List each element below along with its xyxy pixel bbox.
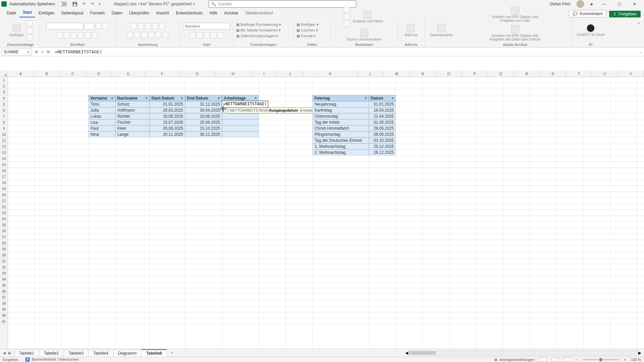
table-cell[interactable] (222, 113, 259, 119)
table-cell[interactable]: 05.09.2025 (150, 125, 185, 131)
tab-ansicht[interactable]: Ansicht (153, 9, 172, 17)
table-cell[interactable]: Lange (115, 131, 150, 137)
row-header[interactable]: 1 (0, 77, 8, 83)
avatar[interactable] (577, 0, 584, 8)
tab-formeln[interactable]: Formeln (87, 9, 108, 17)
table-cell[interactable]: Timo (89, 101, 115, 107)
table-cell[interactable]: Richter (115, 113, 150, 119)
currency-button[interactable] (190, 32, 196, 38)
table-cell[interactable]: Lukas (89, 113, 115, 119)
row-header[interactable]: 25 (0, 222, 8, 228)
column-header[interactable]: F (145, 70, 180, 77)
column-header[interactable]: L (358, 70, 384, 77)
table-cell[interactable]: 15.10.2025 (185, 125, 222, 131)
table-cell[interactable]: 21.04.2025 (369, 113, 396, 119)
row-header[interactable]: 10 (0, 131, 8, 137)
underline-button[interactable] (71, 32, 77, 38)
sheet-nav-prev[interactable]: ◀ (3, 351, 6, 355)
table-cell[interactable] (222, 125, 259, 131)
table-cell[interactable]: Klein (115, 125, 150, 131)
font-size-input[interactable] (84, 23, 94, 29)
row-header[interactable]: 24 (0, 216, 8, 222)
row-header[interactable]: 7 (0, 113, 8, 119)
align-left-button[interactable] (127, 32, 133, 38)
row-header[interactable]: 34 (0, 276, 8, 282)
column-header[interactable]: N (410, 70, 436, 77)
table-cell[interactable]: 15.07.2025 (150, 119, 185, 125)
acrobat-create-link-button[interactable]: Erstellen von PDF-Dateien und Freigeben … (489, 6, 542, 23)
row-header[interactable]: 35 (0, 282, 8, 288)
find-select-button[interactable]: Suchen und Auswählen (345, 28, 383, 42)
chatgpt-button[interactable]: ChatGPT für Excel (575, 23, 606, 37)
table-cell[interactable]: 03.10.2025 (369, 137, 396, 143)
sheet-tab[interactable]: Tabelle6 (141, 349, 167, 357)
table-cell[interactable]: 1. Weihnachtstag (313, 143, 369, 149)
column-header[interactable]: O (436, 70, 462, 77)
zoom-slider[interactable] (582, 359, 619, 360)
sheet-tab[interactable]: Tabelle3 (63, 350, 89, 357)
filter-icon[interactable]: ▼ (254, 96, 257, 101)
sheet-nav-next[interactable]: ▶ (8, 351, 11, 355)
align-middle-button[interactable] (138, 23, 144, 29)
row-header[interactable]: 22 (0, 204, 8, 210)
scroll-left-icon[interactable]: ◀ (405, 351, 408, 355)
row-header[interactable]: 12 (0, 143, 8, 149)
border-button[interactable] (78, 32, 84, 38)
percent-button[interactable] (197, 32, 203, 38)
column-header[interactable]: C (60, 70, 86, 77)
active-cell[interactable]: =NETTOARBEITSTAGE( (222, 101, 268, 107)
table-cell[interactable]: Pfingstmontag (313, 131, 369, 137)
column-header[interactable]: I (251, 70, 277, 77)
display-settings-button[interactable]: 🖥Anzeigeeinstellungen (494, 358, 535, 362)
undo-icon[interactable]: ↶ (81, 2, 87, 6)
normal-view-button[interactable] (539, 358, 547, 362)
tab-acrobat[interactable]: Acrobat (221, 9, 241, 17)
sheet-tab[interactable]: Tabelle4 (88, 350, 113, 357)
scroll-right-icon[interactable]: ▶ (638, 351, 641, 355)
table-cell[interactable]: 31.12.2025 (185, 101, 222, 107)
share-button[interactable]: ⇪Freigeben (609, 11, 641, 17)
cancel-formula-icon[interactable]: ✕ (35, 50, 38, 54)
row-header[interactable]: 8 (0, 119, 8, 125)
column-header[interactable]: E (112, 70, 145, 77)
addins-button[interactable]: Add-Ins (404, 23, 419, 38)
row-header[interactable]: 36 (0, 288, 8, 294)
row-header[interactable]: 39 (0, 306, 8, 312)
qat-more-icon[interactable]: ▾ (99, 2, 101, 6)
row-header[interactable]: 32 (0, 264, 8, 270)
zoom-level[interactable]: 100 % (631, 358, 641, 362)
align-right-button[interactable] (141, 32, 147, 38)
table-cell[interactable]: 25.12.2025 (369, 143, 396, 149)
horizontal-scrollbar[interactable] (408, 351, 638, 355)
select-all-button[interactable] (0, 70, 8, 77)
table-cell[interactable]: 01.05.2025 (369, 119, 396, 125)
tab-tabellenentwurf[interactable]: Tabellenentwurf (241, 9, 276, 17)
wrap-text-button[interactable] (159, 23, 165, 29)
column-header[interactable]: U (592, 70, 618, 77)
row-header[interactable]: 11 (0, 137, 8, 143)
row-header[interactable]: 5 (0, 101, 8, 107)
format-as-table-button[interactable]: ▦ Als Tabelle formatieren ▾ (236, 28, 281, 33)
column-header[interactable]: P (462, 70, 488, 77)
paste-button[interactable]: Einfügen (8, 23, 25, 38)
table-header[interactable]: End-Datum▼ (185, 95, 222, 101)
tab-seitenlayout[interactable]: Seitenlayout (58, 9, 87, 17)
column-header[interactable]: S (540, 70, 566, 77)
table-cell[interactable]: Neujahrstag (313, 101, 369, 107)
merge-button[interactable] (162, 32, 168, 38)
table-cell[interactable]: Nina (89, 131, 115, 137)
row-header[interactable]: 6 (0, 107, 8, 113)
row-header[interactable]: 17 (0, 174, 8, 180)
table-cell[interactable]: 01.01.2025 (369, 101, 396, 107)
column-header[interactable]: M (384, 70, 410, 77)
table-cell[interactable]: 20.06.2025 (185, 113, 222, 119)
minimize-button[interactable]: — (599, 2, 608, 6)
tab-datei[interactable]: Datei (3, 9, 19, 17)
table-cell[interactable]: 2. Weihnachtstag (313, 149, 369, 156)
row-header[interactable]: 4 (0, 95, 8, 101)
bold-button[interactable] (57, 32, 63, 38)
table-cell[interactable]: 29.05.2025 (369, 125, 396, 131)
table-cell[interactable]: Paul (89, 125, 115, 131)
filter-icon[interactable]: ▼ (145, 96, 148, 101)
column-header[interactable]: T (566, 70, 592, 77)
